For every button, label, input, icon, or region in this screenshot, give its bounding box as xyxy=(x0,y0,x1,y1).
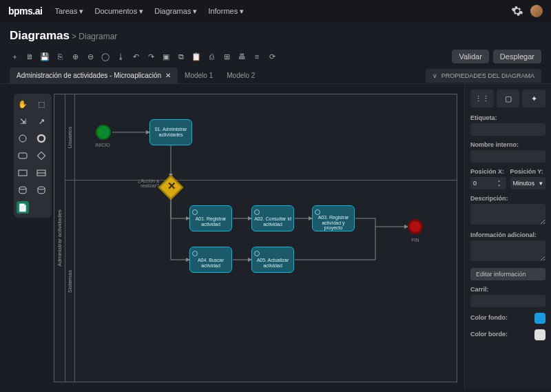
task-a03[interactable]: A03. Registrar actividad y proyecto xyxy=(312,205,355,231)
new-file-icon[interactable]: 🗎 xyxy=(25,52,34,61)
zoom-reset-icon[interactable]: ◯ xyxy=(101,52,110,61)
settings-icon[interactable] xyxy=(511,5,523,17)
task-01[interactable]: 01. Administrar actividades xyxy=(149,119,192,145)
color-fondo-label: Color fondo: xyxy=(470,314,508,321)
svg-rect-2 xyxy=(19,153,27,158)
svg-rect-4 xyxy=(19,170,27,176)
color-fondo-swatch[interactable] xyxy=(534,313,545,324)
redo-icon[interactable]: ↷ xyxy=(146,52,156,61)
nav-informes[interactable]: Informes▾ xyxy=(208,7,244,16)
properties-panel-header[interactable]: ∨PROPIEDADES DEL DIAGRAMA xyxy=(426,69,541,83)
page-title: Diagramas xyxy=(10,29,70,42)
color-borde-swatch[interactable] xyxy=(534,329,545,340)
info-adicional-input[interactable] xyxy=(470,240,545,261)
mode-grid-icon[interactable]: ⋮⋮ xyxy=(470,90,494,107)
zoom-in-icon[interactable]: ⊕ xyxy=(70,52,80,61)
info-adicional-label: Información adicional: xyxy=(470,231,545,238)
nav-documentos[interactable]: Documentos▾ xyxy=(94,7,143,16)
close-icon[interactable]: ✕ xyxy=(165,72,171,79)
add-icon[interactable]: ＋ xyxy=(10,52,19,61)
carril-label: Carril: xyxy=(470,286,545,293)
mode-view-icon[interactable]: ▢ xyxy=(497,90,520,107)
etiqueta-label: Etiqueta: xyxy=(470,114,545,121)
descripcion-input[interactable] xyxy=(470,204,545,225)
tab-modelo1[interactable]: Modelo 1 xyxy=(178,68,220,83)
descripcion-label: Descripción: xyxy=(470,195,545,202)
zoom-out-icon[interactable]: ⊖ xyxy=(85,52,95,61)
copy-icon[interactable]: ⧉ xyxy=(176,52,186,61)
posx-label: Posición X: xyxy=(470,168,506,175)
svg-point-1 xyxy=(38,135,45,142)
svg-point-7 xyxy=(19,187,26,189)
undo-icon[interactable]: ↶ xyxy=(131,52,141,61)
subprocess-icon[interactable] xyxy=(17,167,29,179)
carril-input[interactable] xyxy=(470,295,545,307)
task-a05[interactable]: A05. Actualizar actividad xyxy=(251,247,294,273)
task-icon[interactable] xyxy=(17,149,29,162)
task-a04[interactable]: A04. Buscar actividad xyxy=(189,247,232,273)
download-icon[interactable]: ⭳ xyxy=(116,52,125,61)
mode-sparkle-icon[interactable]: ✦ xyxy=(522,90,545,107)
clipboard-icon[interactable]: 📋 xyxy=(191,52,201,61)
hand-icon[interactable]: ✋ xyxy=(17,98,29,110)
deploy-button[interactable]: Desplegar xyxy=(493,50,541,63)
posy-select[interactable]: Minutos▾ xyxy=(510,177,546,189)
annotation-icon[interactable]: 📄 xyxy=(17,201,29,214)
nombre-interno-input[interactable] xyxy=(470,150,545,163)
data-object-icon[interactable] xyxy=(35,184,48,196)
nav-diagramas[interactable]: Diagramas▾ xyxy=(154,7,197,16)
end-event[interactable] xyxy=(408,219,423,234)
brand-logo: bpms.ai xyxy=(8,6,42,17)
posy-label: Posición Y: xyxy=(510,168,546,175)
toolbar-icons: ＋ 🗎 💾 ⎘ ⊕ ⊖ ◯ ⭳ ↶ ↷ ▣ ⧉ 📋 ⎙ ⊞ 🖶 ≡ ⟳ xyxy=(10,52,277,61)
nav-tareas[interactable]: Tareas▾ xyxy=(54,7,83,16)
tab-modelo2[interactable]: Modelo 2 xyxy=(220,68,262,83)
tab-active[interactable]: Administración de actividades - Microapl… xyxy=(10,68,178,83)
gateway-icon[interactable] xyxy=(35,149,48,162)
posx-stepper[interactable]: ▴▾ xyxy=(470,177,506,189)
image-icon[interactable]: ▣ xyxy=(161,52,171,61)
end-event-icon[interactable] xyxy=(35,132,48,145)
color-borde-label: Color borde: xyxy=(470,331,508,338)
etiqueta-input[interactable] xyxy=(470,123,545,136)
save-icon[interactable]: 💾 xyxy=(40,52,50,61)
paste-icon[interactable]: ⎙ xyxy=(207,52,216,61)
list-icon[interactable]: ≡ xyxy=(252,52,262,61)
editar-informacion-button[interactable]: Editar información xyxy=(470,268,545,280)
grid-icon[interactable]: ⊞ xyxy=(222,52,231,61)
fit-icon[interactable]: ⇲ xyxy=(17,115,29,127)
validate-button[interactable]: Validar xyxy=(452,50,488,63)
pool-label[interactable]: Administrar actividades xyxy=(54,94,65,382)
shape-palette: ✋ ⬚ ⇲ ↗ 📄 xyxy=(14,94,52,218)
print-icon[interactable]: 🖶 xyxy=(237,52,247,61)
connect-icon[interactable]: ↗ xyxy=(35,115,48,127)
refresh-icon[interactable]: ⟳ xyxy=(267,52,277,61)
bpmn-pool[interactable]: Administrar actividades Usuarios Sistema… xyxy=(54,94,457,382)
pool-icon[interactable] xyxy=(35,167,48,179)
task-a01[interactable]: A01. Registrar actividad xyxy=(189,205,232,231)
end-event-label: FIN xyxy=(408,238,423,243)
start-event-label: INICIO xyxy=(92,143,113,147)
svg-point-8 xyxy=(38,187,45,189)
start-event-icon[interactable] xyxy=(17,132,29,145)
lasso-icon[interactable]: ⬚ xyxy=(35,98,48,110)
task-a02[interactable]: A02. Consultar id actividad xyxy=(251,205,294,231)
lane-usuarios[interactable]: Usuarios xyxy=(65,94,457,180)
save-as-icon[interactable]: ⎘ xyxy=(55,52,65,61)
data-store-icon[interactable] xyxy=(17,184,29,196)
svg-rect-3 xyxy=(37,152,45,159)
avatar[interactable] xyxy=(530,5,543,17)
gateway-label: ¿Acción a realizar? xyxy=(132,178,159,188)
breadcrumb: > Diagramar xyxy=(72,32,117,41)
start-event[interactable] xyxy=(96,125,111,140)
svg-point-0 xyxy=(19,135,26,142)
nombre-interno-label: Nombre interno: xyxy=(470,141,545,148)
properties-panel: ⋮⋮ ▢ ✦ Etiqueta: Nombre interno: Posició… xyxy=(464,84,551,389)
